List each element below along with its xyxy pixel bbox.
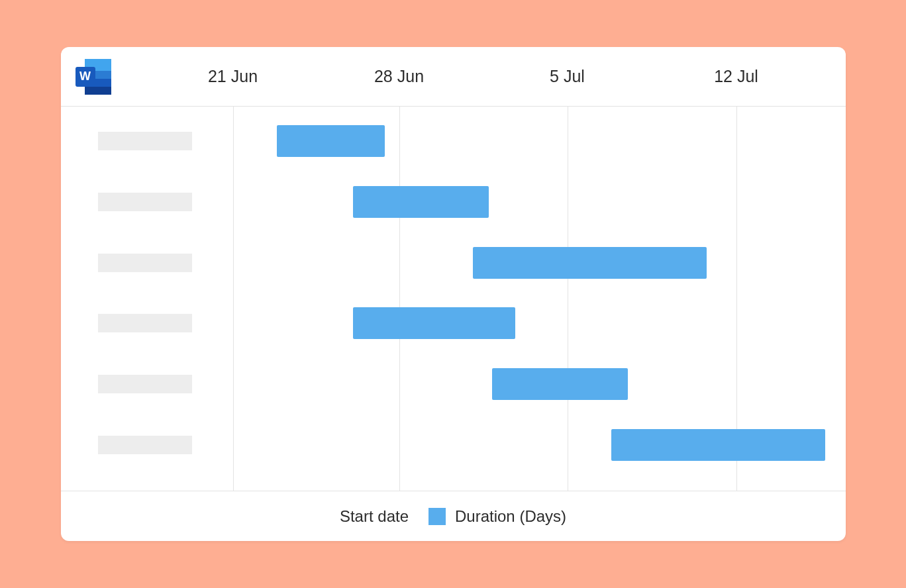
legend-duration: Duration (Days) — [428, 507, 566, 526]
gantt-bar — [492, 368, 628, 400]
gantt-card: W 21 Jun 28 Jun 5 Jul 12 Jul — [61, 47, 846, 541]
legend-label: Start date — [340, 507, 409, 526]
task-row — [61, 307, 846, 339]
date-tick: 21 Jun — [208, 67, 258, 86]
legend-label: Duration (Days) — [455, 507, 566, 526]
task-row — [61, 429, 846, 461]
gantt-bar — [611, 429, 825, 461]
gantt-bar — [277, 125, 385, 157]
date-tick: 5 Jul — [550, 67, 585, 86]
gantt-header: W 21 Jun 28 Jun 5 Jul 12 Jul — [61, 47, 846, 107]
gantt-bar — [473, 247, 707, 279]
task-row — [61, 368, 846, 400]
task-label-placeholder — [98, 193, 192, 211]
task-label-placeholder — [98, 132, 192, 150]
gantt-bar — [353, 307, 515, 339]
task-label-placeholder — [98, 436, 192, 454]
legend-swatch-icon — [428, 508, 446, 525]
date-axis: 21 Jun 28 Jun 5 Jul 12 Jul — [61, 47, 846, 106]
word-icon: W — [76, 59, 111, 95]
date-tick: 28 Jun — [374, 67, 424, 86]
task-label-placeholder — [98, 314, 192, 332]
task-label-placeholder — [98, 254, 192, 272]
legend-start-date: Start date — [340, 507, 409, 526]
gantt-body — [61, 107, 846, 491]
task-label-placeholder — [98, 375, 192, 393]
task-row — [61, 186, 846, 218]
gantt-legend: Start date Duration (Days) — [61, 491, 846, 541]
task-row — [61, 125, 846, 157]
date-tick: 12 Jul — [714, 67, 758, 86]
gantt-bar — [353, 186, 489, 218]
task-row — [61, 247, 846, 279]
